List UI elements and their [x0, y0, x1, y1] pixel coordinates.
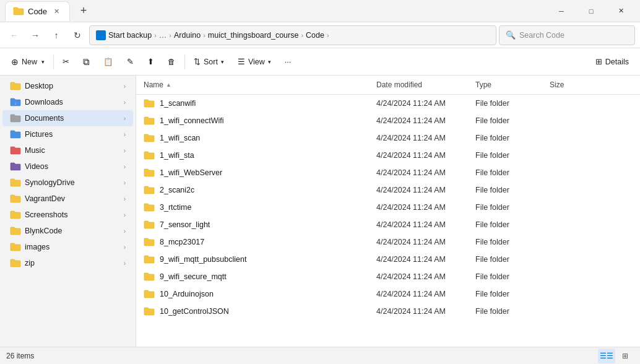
- table-row[interactable]: 1_scanwifi 4/24/2024 11:24 AM File folde…: [136, 95, 640, 112]
- copy-button[interactable]: ⧉: [77, 51, 96, 72]
- sidebar-label-documents: Documents: [25, 114, 64, 123]
- file-area: Name ▲ Date modified Type Size 1_scanwif…: [136, 76, 640, 347]
- view-button[interactable]: ☰ View ▾: [231, 51, 277, 72]
- file-folder-icon: [144, 220, 155, 230]
- cut-button[interactable]: ✂: [56, 51, 76, 72]
- view-label: View: [248, 58, 265, 66]
- sidebar-item-synologydrive[interactable]: SynologyDrive ›: [2, 175, 133, 191]
- file-type: File folder: [470, 255, 545, 264]
- table-row[interactable]: 9_wifi_mqtt_pubsubclient 4/24/2024 11:24…: [136, 251, 640, 268]
- file-date: 4/24/2024 11:24 AM: [371, 307, 470, 316]
- sort-icon: ⇅: [194, 57, 201, 66]
- minimize-button[interactable]: ─: [547, 1, 576, 21]
- table-row[interactable]: 2_scani2c 4/24/2024 11:24 AM File folder: [136, 181, 640, 199]
- table-row[interactable]: 7_sensor_light 4/24/2024 11:24 AM File f…: [136, 216, 640, 233]
- delete-button[interactable]: 🗑: [162, 51, 182, 72]
- refresh-button[interactable]: ↻: [68, 26, 87, 45]
- col-header-name[interactable]: Name ▲: [136, 78, 371, 92]
- breadcrumb-item-course[interactable]: muict_thingsboard_course: [208, 31, 299, 40]
- grid-view-button[interactable]: ⊞: [616, 349, 634, 363]
- new-label: New: [22, 58, 37, 66]
- table-row[interactable]: 1_wifi_WebServer 4/24/2024 11:24 AM File…: [136, 164, 640, 181]
- breadcrumb-sep-3: ›: [203, 32, 205, 39]
- file-folder-icon: [144, 237, 155, 247]
- file-type: File folder: [470, 272, 545, 281]
- tab-title: Code: [28, 7, 47, 16]
- sidebar-arrow-desktop: ›: [124, 83, 126, 90]
- tab-close-button[interactable]: ✕: [51, 6, 62, 17]
- details-icon: ⊞: [595, 57, 602, 66]
- sidebar-item-documents[interactable]: Documents ›: [2, 110, 133, 126]
- list-view-button[interactable]: ☰☰: [598, 349, 615, 363]
- close-button[interactable]: ✕: [607, 1, 635, 21]
- breadcrumb-icon: [96, 30, 106, 40]
- sidebar-item-music[interactable]: Music ›: [2, 142, 133, 158]
- file-date: 4/24/2024 11:24 AM: [371, 220, 470, 229]
- file-date: 4/24/2024 11:24 AM: [371, 203, 470, 212]
- sidebar-item-images[interactable]: images ›: [2, 239, 133, 255]
- table-row[interactable]: 1_wifi_scan 4/24/2024 11:24 AM File fold…: [136, 129, 640, 147]
- table-row[interactable]: 10_Arduinojson 4/24/2024 11:24 AM File f…: [136, 285, 640, 303]
- file-name: 1_wifi_scan: [160, 134, 200, 142]
- file-date: 4/24/2024 11:24 AM: [371, 168, 470, 177]
- col-header-date[interactable]: Date modified: [371, 78, 470, 92]
- new-button[interactable]: ⊕ New ▾: [5, 51, 51, 72]
- breadcrumb-item-arduino[interactable]: Arduino: [174, 31, 201, 40]
- toolbar-sep-2: [184, 54, 185, 69]
- paste-icon: 📋: [103, 57, 113, 66]
- more-options-button[interactable]: ···: [279, 51, 297, 72]
- sort-dropdown-icon: ▾: [221, 59, 224, 65]
- table-row[interactable]: 8_mcp23017 4/24/2024 11:24 AM File folde…: [136, 233, 640, 251]
- breadcrumb-item-code[interactable]: Code: [306, 31, 324, 40]
- sidebar-item-zip[interactable]: zip ›: [2, 255, 133, 271]
- rename-icon: ✎: [127, 57, 134, 66]
- maximize-button[interactable]: □: [577, 1, 605, 21]
- tab-code[interactable]: Code ✕: [5, 1, 70, 21]
- details-button[interactable]: ⊞ Details: [589, 51, 635, 72]
- sidebar-item-screenshots[interactable]: Screenshots ›: [2, 207, 133, 223]
- table-row[interactable]: 10_getControlJSON 4/24/2024 11:24 AM Fil…: [136, 303, 640, 320]
- col-header-size[interactable]: Size: [545, 78, 594, 92]
- sidebar-item-desktop[interactable]: Desktop ›: [2, 78, 133, 94]
- breadcrumb-ellipsis[interactable]: …: [159, 31, 167, 40]
- sidebar-arrow-screenshots: ›: [124, 212, 126, 219]
- sidebar-label-vagrantdev: VagrantDev: [25, 194, 65, 203]
- paste-button[interactable]: 📋: [97, 51, 119, 72]
- breadcrumb-item-startbackup[interactable]: Start backup: [108, 31, 152, 40]
- sidebar-item-vagrantdev[interactable]: VagrantDev ›: [2, 191, 133, 207]
- sidebar-item-pictures[interactable]: Pictures ›: [2, 126, 133, 142]
- search-placeholder: Search Code: [519, 31, 564, 40]
- sidebar-item-downloads[interactable]: ↓ Downloads ›: [2, 94, 133, 110]
- videos-folder-icon: [10, 162, 21, 171]
- table-row[interactable]: 3_rtctime 4/24/2024 11:24 AM File folder: [136, 199, 640, 216]
- rename-button[interactable]: ✎: [121, 51, 140, 72]
- new-dropdown-icon: ▾: [41, 59, 45, 65]
- back-button[interactable]: ←: [5, 26, 24, 45]
- file-date: 4/24/2024 11:24 AM: [371, 116, 470, 125]
- share-button[interactable]: ⬆: [141, 51, 160, 72]
- search-box[interactable]: 🔍 Search Code: [499, 25, 635, 45]
- col-header-type[interactable]: Type: [470, 78, 545, 92]
- file-name-cell: 1_wifi_WebServer: [136, 168, 371, 178]
- file-name-cell: 1_wifi_scan: [136, 133, 371, 143]
- table-row[interactable]: 9_wifi_secure_mqtt 4/24/2024 11:24 AM Fi…: [136, 268, 640, 285]
- file-date: 4/24/2024 11:24 AM: [371, 151, 470, 160]
- desktop-folder-icon: [10, 81, 21, 91]
- file-date: 4/24/2024 11:24 AM: [371, 255, 470, 264]
- table-row[interactable]: 1_wifi_sta 4/24/2024 11:24 AM File folde…: [136, 147, 640, 164]
- forward-button[interactable]: →: [26, 26, 45, 45]
- up-button[interactable]: ↑: [47, 26, 66, 45]
- file-name: 9_wifi_secure_mqtt: [160, 272, 227, 281]
- search-icon: 🔍: [506, 30, 516, 40]
- file-name: 1_wifi_sta: [160, 151, 194, 160]
- file-folder-icon: [144, 98, 155, 108]
- sidebar-item-blynkcode[interactable]: BlynkCode ›: [2, 223, 133, 239]
- sidebar-item-videos[interactable]: Videos ›: [2, 158, 133, 175]
- toolbar-sep-1: [53, 54, 54, 69]
- file-rows-container: 1_scanwifi 4/24/2024 11:24 AM File folde…: [136, 95, 640, 320]
- view-dropdown-icon: ▾: [268, 59, 271, 65]
- breadcrumb[interactable]: Start backup › … › Arduino › muict_thing…: [89, 25, 496, 45]
- table-row[interactable]: 1_wifi_connectWifi 4/24/2024 11:24 AM Fi…: [136, 112, 640, 129]
- new-tab-button[interactable]: +: [75, 2, 92, 20]
- sort-button[interactable]: ⇅ Sort ▾: [188, 51, 230, 72]
